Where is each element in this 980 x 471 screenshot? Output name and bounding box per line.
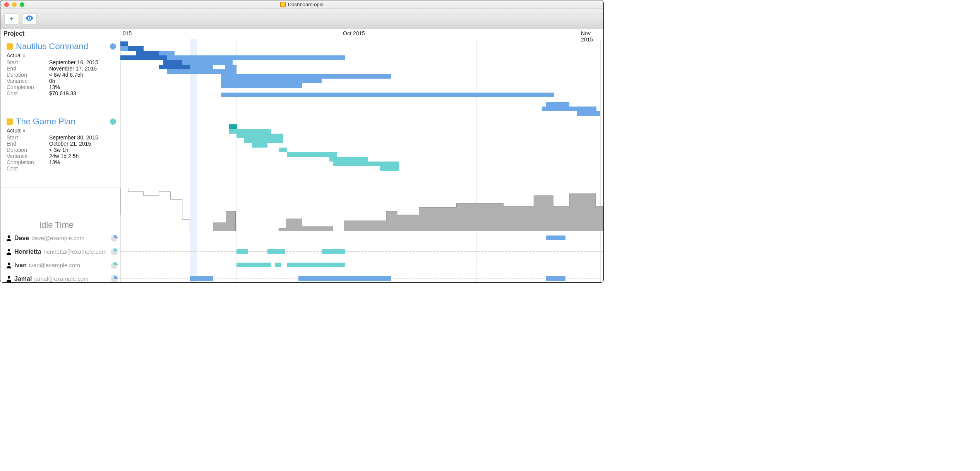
project-fields: StartSeptember 16, 2015EndNovember 17, 2… [7,59,116,96]
svg-point-7 [8,276,10,278]
titlebar: ≡ Dashboard.opld [0,0,603,9]
gantt-bar[interactable] [229,129,271,134]
sort-icon: ▴▾ [23,128,27,133]
gantt-bar[interactable] [546,102,569,107]
person-icon [6,249,12,255]
resource-bar[interactable] [546,236,565,240]
column-header-row: Project 015Oct 2015Nov 2015 [0,29,603,39]
resource-bar[interactable] [236,249,248,254]
resource-info[interactable]: Henriettahenrietta@example.com [0,245,120,258]
utilization-pie-icon [111,275,118,282]
utilization-pie-icon [111,248,118,255]
gantt-bar[interactable] [136,51,159,55]
field-value: November 17, 2015 [49,65,97,72]
field-row: Completion13% [7,84,116,90]
gantt-bar[interactable] [229,124,237,129]
resource-info[interactable]: Davedave@example.com [0,231,120,245]
field-key: End [7,65,49,72]
idle-sidebar: Idle Time [0,188,120,231]
add-button[interactable]: + [4,13,19,25]
resource-name: Dave [14,235,29,242]
resource-sidebar-row: Jamaljamal@example.com [0,272,120,282]
mode-selector[interactable]: Actual▴▾ [7,127,116,134]
resource-bar[interactable] [287,263,345,267]
gantt-bar[interactable] [577,111,600,116]
project-color-dot [110,119,116,125]
gantt-bar[interactable] [221,93,554,97]
close-icon[interactable] [4,2,9,7]
idle-time-label: Idle Time [39,220,74,230]
resource-name: Ivan [14,262,27,269]
gantt-bar[interactable] [120,41,128,46]
gantt-bar[interactable] [225,65,236,69]
toolbar: + [0,9,603,29]
resource-sidebar-row: Ivanivan@example.com [0,258,120,272]
resource-info[interactable]: Jamaljamal@example.com [0,272,120,282]
resource-sidebar-row: Henriettahenrietta@example.com [0,245,120,258]
gantt-bar[interactable] [279,148,287,152]
field-value: October 21, 2015 [49,141,91,147]
mode-selector[interactable]: Actual▴▾ [7,52,116,58]
project-column-header[interactable]: Project [0,29,120,39]
resource-bar[interactable] [322,249,345,254]
gantt-bar[interactable] [221,83,302,88]
gantt-bar[interactable] [329,157,368,162]
gantt-bar[interactable] [159,65,190,69]
gantt-bar[interactable] [287,152,337,157]
project-name-link[interactable]: The Game Plan [16,117,75,127]
gantt-bar[interactable] [221,79,322,83]
mode-label: Actual [7,52,22,58]
project-title-row: ≡Nautilus Command [7,41,116,52]
gantt-bar[interactable] [542,107,596,111]
gantt-bar[interactable] [120,55,167,60]
minimize-icon[interactable] [12,2,17,7]
timeline[interactable] [120,39,603,282]
gantt-bar[interactable] [244,138,283,143]
field-row: Duration< 8w 4d 6.75h [7,72,116,78]
gantt-bar[interactable] [128,46,144,51]
resource-email: henrietta@example.com [43,248,106,255]
resource-email: ivan@example.com [29,262,80,268]
resource-bar[interactable] [190,276,213,281]
field-key: Cost [7,90,49,96]
window-title: ≡ Dashboard.opld [0,2,603,7]
person-icon [6,276,12,282]
window-title-text: Dashboard.opld [288,2,324,7]
project-title-row: ≡The Game Plan [7,117,116,127]
resource-bar[interactable] [236,263,271,267]
project-name-link[interactable]: Nautilus Command [16,41,88,52]
fullscreen-icon[interactable] [20,2,24,7]
resource-bar[interactable] [298,276,391,281]
resource-info[interactable]: Ivanivan@example.com [0,258,120,272]
resource-bar[interactable] [267,249,285,254]
field-value: September 30, 2015 [49,134,98,141]
resource-bar[interactable] [275,263,281,267]
field-row: Variance24w 1d 2.5h [7,153,116,159]
field-value: 24w 1d 2.5h [49,153,79,159]
view-button[interactable] [22,13,37,25]
project-icon: ≡ [7,43,13,50]
field-value: < 8w 4d 6.75h [49,72,83,78]
gantt-bar[interactable] [221,74,391,79]
gantt-bar[interactable] [163,60,182,65]
field-row: Variance0h [7,78,116,84]
field-value: September 16, 2015 [49,59,98,65]
field-value: 13% [49,84,60,90]
gantt-bar[interactable] [236,134,283,138]
field-key: Variance [7,78,49,84]
field-key: Completion [7,84,49,90]
svg-point-1 [8,235,10,237]
field-key: Variance [7,153,49,159]
field-row: EndNovember 17, 2015 [7,65,116,72]
gantt-bar[interactable] [252,143,267,148]
eye-icon [25,15,34,23]
gantt-bar[interactable] [167,69,236,74]
gantt-bar[interactable] [333,162,399,166]
idle-chart [120,188,603,231]
mode-label: Actual [7,127,22,134]
person-icon [6,235,12,241]
resource-bar[interactable] [546,276,565,281]
resource-name: Henrietta [14,248,41,255]
document-icon: ≡ [280,2,286,7]
gantt-bar[interactable] [380,166,399,171]
